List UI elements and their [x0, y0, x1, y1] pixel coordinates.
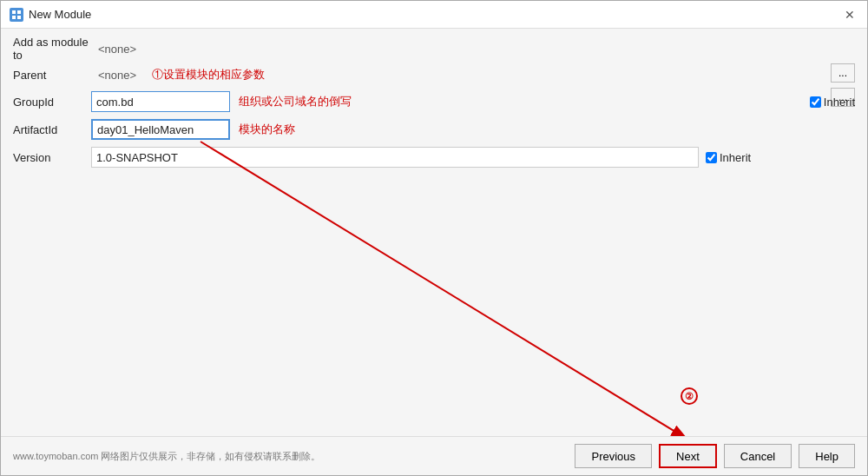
next-button[interactable]: Next [659, 444, 717, 468]
title-bar: New Module ✕ [1, 1, 867, 29]
version-inherit-wrap: Inherit [706, 151, 751, 164]
add-module-label: Add as module to [13, 36, 91, 62]
svg-rect-3 [17, 16, 21, 19]
parent-label: Parent [13, 69, 91, 82]
parent-value: <none> [98, 69, 136, 82]
annotation-circle-2: ② [681, 387, 698, 405]
groupid-inherit-wrap: Inherit [810, 96, 855, 109]
annotation1-text: ①设置模块的相应参数 [152, 67, 265, 83]
groupid-inherit-label: Inherit [824, 96, 855, 109]
svg-rect-0 [12, 10, 16, 14]
svg-rect-1 [17, 10, 21, 14]
groupid-row: GroupId 组织或公司域名的倒写 Inherit [13, 89, 855, 114]
groupid-inherit-checkbox[interactable] [810, 96, 821, 108]
parent-row: Parent <none> ①设置模块的相应参数 ... [13, 63, 855, 86]
add-module-value: <none> [98, 43, 136, 56]
module-icon [10, 8, 23, 22]
artifactid-annotation: 模块的名称 [239, 122, 295, 137]
help-button[interactable]: Help [799, 444, 855, 468]
version-row: Version Inherit [13, 145, 855, 169]
add-module-row: Add as module to <none> ... [13, 37, 855, 60]
new-module-dialog: New Module ✕ Add as module to <none> ...… [0, 0, 868, 476]
version-inherit-checkbox[interactable] [706, 152, 717, 163]
groupid-input[interactable] [91, 91, 230, 112]
dialog-title: New Module [29, 8, 91, 21]
version-label: Version [13, 151, 91, 164]
cancel-button[interactable]: Cancel [724, 444, 792, 468]
close-button[interactable]: ✕ [841, 6, 858, 23]
svg-line-4 [201, 142, 687, 436]
title-bar-left: New Module [10, 8, 91, 22]
previous-button[interactable]: Previous [575, 444, 652, 468]
artifactid-label: ArtifactId [13, 123, 91, 136]
svg-rect-2 [12, 16, 16, 19]
artifactid-row: ArtifactId 模块的名称 [13, 117, 855, 142]
dialog-footer: www.toymoban.com 网络图片仅供展示，非存储，如有侵权请联系删除。… [1, 436, 867, 475]
groupid-label: GroupId [13, 96, 91, 109]
watermark-text: www.toymoban.com 网络图片仅供展示，非存储，如有侵权请联系删除。 [13, 450, 320, 463]
artifactid-input[interactable] [91, 119, 230, 140]
version-input[interactable] [91, 147, 699, 168]
groupid-annotation: 组织或公司域名的倒写 [239, 94, 352, 109]
footer-buttons: Previous Next Cancel Help [575, 444, 855, 468]
dialog-content: Add as module to <none> ... Parent <none… [1, 29, 867, 436]
version-inherit-label: Inherit [720, 151, 751, 164]
add-module-ellipsis-button[interactable]: ... [831, 63, 855, 83]
